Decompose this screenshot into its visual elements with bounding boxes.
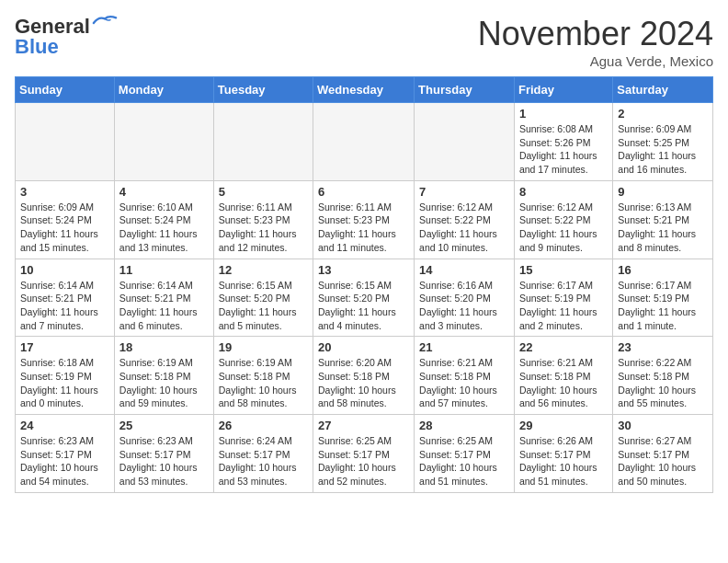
day-info: Sunrise: 6:22 AM Sunset: 5:18 PM Dayligh… xyxy=(618,356,708,410)
calendar-cell: 7Sunrise: 6:12 AM Sunset: 5:22 PM Daylig… xyxy=(415,180,515,259)
calendar-cell: 15Sunrise: 6:17 AM Sunset: 5:19 PM Dayli… xyxy=(514,259,612,337)
day-info: Sunrise: 6:13 AM Sunset: 5:21 PM Dayligh… xyxy=(618,201,708,255)
day-number: 26 xyxy=(219,419,308,432)
calendar-cell: 10Sunrise: 6:14 AM Sunset: 5:21 PM Dayli… xyxy=(16,259,115,337)
title-block: November 2024 Agua Verde, Mexico xyxy=(478,15,713,69)
day-info: Sunrise: 6:21 AM Sunset: 5:18 PM Dayligh… xyxy=(519,356,608,410)
calendar-cell: 20Sunrise: 6:20 AM Sunset: 5:18 PM Dayli… xyxy=(313,337,415,415)
calendar-cell xyxy=(213,103,313,181)
day-info: Sunrise: 6:25 AM Sunset: 5:17 PM Dayligh… xyxy=(318,434,409,488)
calendar-cell: 23Sunrise: 6:22 AM Sunset: 5:18 PM Dayli… xyxy=(613,337,713,415)
page-header: General Blue November 2024 Agua Verde, M… xyxy=(15,15,713,69)
day-number: 1 xyxy=(519,107,608,121)
calendar-cell: 4Sunrise: 6:10 AM Sunset: 5:24 PM Daylig… xyxy=(114,180,213,259)
day-number: 17 xyxy=(20,340,109,354)
calendar-cell: 19Sunrise: 6:19 AM Sunset: 5:18 PM Dayli… xyxy=(213,337,313,415)
calendar-cell: 14Sunrise: 6:16 AM Sunset: 5:20 PM Dayli… xyxy=(415,259,515,337)
day-info: Sunrise: 6:14 AM Sunset: 5:21 PM Dayligh… xyxy=(20,279,109,333)
day-number: 14 xyxy=(419,263,509,277)
day-number: 16 xyxy=(618,263,708,277)
calendar-cell: 6Sunrise: 6:11 AM Sunset: 5:23 PM Daylig… xyxy=(313,180,415,259)
day-info: Sunrise: 6:17 AM Sunset: 5:19 PM Dayligh… xyxy=(618,279,708,333)
day-number: 19 xyxy=(219,340,308,354)
day-info: Sunrise: 6:23 AM Sunset: 5:17 PM Dayligh… xyxy=(20,434,109,488)
day-number: 8 xyxy=(519,185,608,199)
day-number: 6 xyxy=(318,185,409,199)
day-info: Sunrise: 6:11 AM Sunset: 5:23 PM Dayligh… xyxy=(219,201,308,255)
day-info: Sunrise: 6:10 AM Sunset: 5:24 PM Dayligh… xyxy=(119,201,209,255)
day-info: Sunrise: 6:15 AM Sunset: 5:20 PM Dayligh… xyxy=(219,279,308,333)
day-info: Sunrise: 6:14 AM Sunset: 5:21 PM Dayligh… xyxy=(119,279,209,333)
day-info: Sunrise: 6:12 AM Sunset: 5:22 PM Dayligh… xyxy=(419,201,509,255)
day-info: Sunrise: 6:23 AM Sunset: 5:17 PM Dayligh… xyxy=(119,434,209,488)
day-info: Sunrise: 6:26 AM Sunset: 5:17 PM Dayligh… xyxy=(519,434,608,488)
logo-blue: Blue xyxy=(15,35,59,59)
header-sunday: Sunday xyxy=(16,77,115,103)
day-info: Sunrise: 6:19 AM Sunset: 5:18 PM Dayligh… xyxy=(219,356,308,410)
day-number: 15 xyxy=(519,263,608,277)
day-info: Sunrise: 6:08 AM Sunset: 5:26 PM Dayligh… xyxy=(519,122,608,177)
day-info: Sunrise: 6:17 AM Sunset: 5:19 PM Dayligh… xyxy=(519,279,608,333)
calendar-cell: 17Sunrise: 6:18 AM Sunset: 5:19 PM Dayli… xyxy=(16,337,115,415)
header-friday: Friday xyxy=(514,77,612,103)
calendar-cell: 26Sunrise: 6:24 AM Sunset: 5:17 PM Dayli… xyxy=(213,415,313,493)
day-info: Sunrise: 6:21 AM Sunset: 5:18 PM Dayligh… xyxy=(419,356,509,410)
month-title: November 2024 xyxy=(478,15,713,53)
day-info: Sunrise: 6:16 AM Sunset: 5:20 PM Dayligh… xyxy=(419,279,509,333)
calendar-table: SundayMondayTuesdayWednesdayThursdayFrid… xyxy=(15,76,713,493)
day-info: Sunrise: 6:24 AM Sunset: 5:17 PM Dayligh… xyxy=(219,434,308,488)
day-number: 29 xyxy=(519,419,608,432)
day-info: Sunrise: 6:15 AM Sunset: 5:20 PM Dayligh… xyxy=(318,279,409,333)
calendar-cell: 13Sunrise: 6:15 AM Sunset: 5:20 PM Dayli… xyxy=(313,259,415,337)
calendar-cell: 29Sunrise: 6:26 AM Sunset: 5:17 PM Dayli… xyxy=(514,415,612,493)
calendar-week-5: 24Sunrise: 6:23 AM Sunset: 5:17 PM Dayli… xyxy=(16,415,713,493)
calendar-week-4: 17Sunrise: 6:18 AM Sunset: 5:19 PM Dayli… xyxy=(16,337,713,415)
day-number: 2 xyxy=(618,107,708,121)
day-number: 3 xyxy=(20,185,109,199)
calendar-cell xyxy=(313,103,415,181)
day-number: 13 xyxy=(318,263,409,277)
day-number: 10 xyxy=(20,263,109,277)
day-info: Sunrise: 6:12 AM Sunset: 5:22 PM Dayligh… xyxy=(519,201,608,255)
calendar-cell: 1Sunrise: 6:08 AM Sunset: 5:26 PM Daylig… xyxy=(514,103,612,181)
day-number: 23 xyxy=(618,340,708,354)
day-info: Sunrise: 6:20 AM Sunset: 5:18 PM Dayligh… xyxy=(318,356,409,410)
calendar-cell xyxy=(16,103,115,181)
day-number: 4 xyxy=(119,185,209,199)
day-number: 22 xyxy=(519,340,608,354)
calendar-cell: 27Sunrise: 6:25 AM Sunset: 5:17 PM Dayli… xyxy=(313,415,415,493)
day-info: Sunrise: 6:19 AM Sunset: 5:18 PM Dayligh… xyxy=(119,356,209,410)
calendar-week-2: 3Sunrise: 6:09 AM Sunset: 5:24 PM Daylig… xyxy=(16,180,713,259)
calendar-cell xyxy=(114,103,213,181)
calendar-cell: 24Sunrise: 6:23 AM Sunset: 5:17 PM Dayli… xyxy=(16,415,115,493)
day-info: Sunrise: 6:11 AM Sunset: 5:23 PM Dayligh… xyxy=(318,201,409,255)
calendar-cell: 25Sunrise: 6:23 AM Sunset: 5:17 PM Dayli… xyxy=(114,415,213,493)
day-info: Sunrise: 6:09 AM Sunset: 5:25 PM Dayligh… xyxy=(618,122,708,177)
calendar-cell: 5Sunrise: 6:11 AM Sunset: 5:23 PM Daylig… xyxy=(213,180,313,259)
day-number: 7 xyxy=(419,185,509,199)
calendar-cell: 12Sunrise: 6:15 AM Sunset: 5:20 PM Dayli… xyxy=(213,259,313,337)
calendar-cell: 9Sunrise: 6:13 AM Sunset: 5:21 PM Daylig… xyxy=(613,180,713,259)
day-number: 27 xyxy=(318,419,409,432)
logo: General Blue xyxy=(15,15,118,59)
day-number: 21 xyxy=(419,340,509,354)
calendar-header-row: SundayMondayTuesdayWednesdayThursdayFrid… xyxy=(16,77,713,103)
day-number: 18 xyxy=(119,340,209,354)
day-number: 30 xyxy=(618,419,708,432)
calendar-cell: 30Sunrise: 6:27 AM Sunset: 5:17 PM Dayli… xyxy=(613,415,713,493)
calendar-cell: 28Sunrise: 6:25 AM Sunset: 5:17 PM Dayli… xyxy=(415,415,515,493)
day-number: 25 xyxy=(119,419,209,432)
day-info: Sunrise: 6:25 AM Sunset: 5:17 PM Dayligh… xyxy=(419,434,509,488)
day-number: 12 xyxy=(219,263,308,277)
header-wednesday: Wednesday xyxy=(313,77,415,103)
logo-bird-icon xyxy=(92,14,118,32)
calendar-cell: 3Sunrise: 6:09 AM Sunset: 5:24 PM Daylig… xyxy=(16,180,115,259)
day-number: 5 xyxy=(219,185,308,199)
day-number: 11 xyxy=(119,263,209,277)
calendar-cell: 8Sunrise: 6:12 AM Sunset: 5:22 PM Daylig… xyxy=(514,180,612,259)
day-number: 28 xyxy=(419,419,509,432)
day-info: Sunrise: 6:18 AM Sunset: 5:19 PM Dayligh… xyxy=(20,356,109,410)
header-saturday: Saturday xyxy=(613,77,713,103)
location: Agua Verde, Mexico xyxy=(478,53,713,69)
header-tuesday: Tuesday xyxy=(213,77,313,103)
